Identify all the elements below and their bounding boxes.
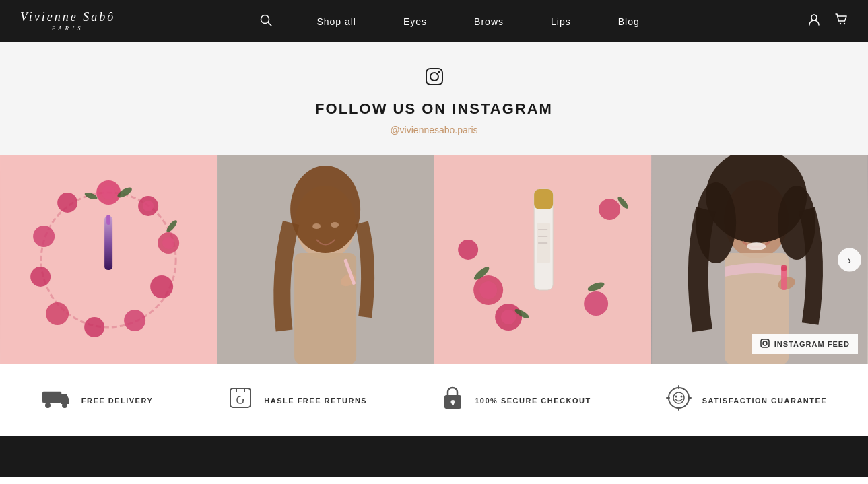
svg-point-77 <box>675 396 677 398</box>
satisfaction-text: SATISFACTION GUARANTEE <box>702 396 828 405</box>
svg-point-13 <box>150 275 173 298</box>
svg-point-4 <box>844 23 845 24</box>
svg-point-40 <box>501 310 516 324</box>
svg-point-31 <box>290 166 360 253</box>
header: Vivienne Sabô PARIS Shop all Eyes Brows … <box>0 0 868 42</box>
svg-point-33 <box>331 222 339 228</box>
svg-point-43 <box>599 199 620 220</box>
svg-point-75 <box>669 388 689 408</box>
account-button[interactable] <box>807 13 821 30</box>
features-bar: FREE DELIVERY HASLE FREE RETURNS 100% SE… <box>0 364 868 436</box>
returns-icon <box>227 385 254 415</box>
svg-point-69 <box>62 403 67 408</box>
instagram-feed: › INSTAGRAM FEED <box>0 155 868 364</box>
svg-point-41 <box>584 291 608 316</box>
secure-text: 100% SECURE CHECKOUT <box>475 396 591 405</box>
feed-image-4 <box>651 155 868 364</box>
ig-badge-logo <box>760 338 770 350</box>
feed-image-1 <box>0 155 217 364</box>
svg-point-15 <box>84 317 104 337</box>
instagram-icon <box>0 66 868 92</box>
delivery-text: FREE DELIVERY <box>81 396 154 405</box>
brand-logo[interactable]: Vivienne Sabô PARIS <box>20 10 115 32</box>
instagram-handle[interactable]: @viviennesabo.paris <box>0 125 868 135</box>
cart-button[interactable] <box>834 13 848 30</box>
svg-point-16 <box>46 302 69 325</box>
header-actions <box>807 13 848 30</box>
nav-blog[interactable]: Blog <box>595 16 663 27</box>
svg-line-1 <box>268 22 271 26</box>
feed-image-3 <box>434 155 651 364</box>
svg-point-66 <box>767 341 768 342</box>
svg-point-19 <box>57 193 77 213</box>
svg-rect-5 <box>426 69 442 85</box>
next-arrow-button[interactable]: › <box>838 248 861 272</box>
cart-icon <box>834 13 848 26</box>
account-icon <box>807 13 821 26</box>
svg-rect-71 <box>230 388 251 407</box>
feed-item-1[interactable] <box>0 155 217 364</box>
logo-name: Vivienne Sabô <box>20 10 115 25</box>
feed-image-2 <box>217 155 434 364</box>
svg-point-60 <box>747 242 766 250</box>
feed-item-3[interactable] <box>434 155 651 364</box>
svg-point-17 <box>30 267 51 287</box>
instagram-feed-badge[interactable]: INSTAGRAM FEED <box>752 334 858 354</box>
nav-brows[interactable]: Brows <box>450 16 527 27</box>
search-button[interactable] <box>259 13 273 30</box>
svg-point-38 <box>479 281 497 299</box>
next-arrow-icon: › <box>848 254 851 266</box>
feature-returns: HASLE FREE RETURNS <box>190 385 404 415</box>
logo-city: PARIS <box>20 25 115 32</box>
svg-rect-30 <box>294 253 356 364</box>
feature-delivery: FREE DELIVERY <box>4 386 191 415</box>
svg-point-2 <box>811 15 817 20</box>
svg-point-22 <box>162 237 174 249</box>
secure-icon <box>441 384 465 416</box>
svg-point-65 <box>763 341 767 345</box>
search-icon <box>259 13 273 27</box>
svg-point-18 <box>33 226 55 247</box>
svg-rect-24 <box>106 215 110 225</box>
svg-rect-67 <box>42 392 61 403</box>
feature-satisfaction: SATISFACTION GUARANTEE <box>628 384 865 416</box>
nav-shop-all[interactable]: Shop all <box>293 16 380 27</box>
svg-rect-64 <box>761 339 769 347</box>
ig-badge-text: INSTAGRAM FEED <box>774 340 850 348</box>
svg-rect-74 <box>452 402 454 405</box>
svg-rect-49 <box>534 189 553 209</box>
svg-rect-63 <box>781 265 787 271</box>
feed-item-4[interactable]: › INSTAGRAM FEED <box>651 155 868 364</box>
footer-dark <box>0 436 868 477</box>
svg-point-3 <box>840 23 841 24</box>
delivery-icon <box>41 386 71 415</box>
svg-point-20 <box>102 186 115 199</box>
svg-point-32 <box>312 223 321 229</box>
svg-point-78 <box>680 396 682 398</box>
svg-point-21 <box>143 201 154 211</box>
nav-eyes[interactable]: Eyes <box>380 16 450 27</box>
feature-secure: 100% SECURE CHECKOUT <box>404 384 628 416</box>
instagram-title: FOLLOW US ON INSTAGRAM <box>0 100 868 118</box>
returns-text: HASLE FREE RETURNS <box>264 396 367 405</box>
satisfaction-icon <box>665 384 692 416</box>
svg-point-6 <box>430 73 438 81</box>
nav-lips[interactable]: Lips <box>527 16 595 27</box>
svg-point-68 <box>45 403 51 408</box>
main-nav: Shop all Eyes Brows Lips Blog <box>115 13 807 30</box>
feed-item-2[interactable] <box>217 155 434 364</box>
instagram-section: FOLLOW US ON INSTAGRAM @viviennesabo.par… <box>0 42 868 155</box>
svg-point-42 <box>458 240 478 260</box>
svg-point-14 <box>124 310 145 331</box>
svg-point-7 <box>438 71 440 73</box>
svg-point-76 <box>673 392 684 403</box>
